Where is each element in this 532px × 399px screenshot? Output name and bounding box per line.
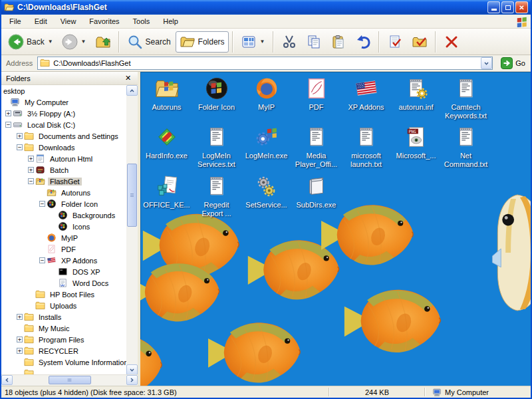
window-panel-icon bbox=[303, 172, 330, 199]
file-pdf[interactable]: PDF bbox=[291, 74, 341, 120]
file-list-view[interactable]: AutorunsFolder IconMyIPPDFXP Addonsautor… bbox=[140, 72, 531, 386]
scroll-left-button[interactable] bbox=[1, 375, 13, 385]
tree-expander-plus[interactable]: + bbox=[17, 314, 23, 320]
tree-item-xp-addons[interactable]: −XP Addons bbox=[1, 255, 126, 266]
tree-item-label: Uploads bbox=[48, 302, 78, 310]
file-microsoft[interactable]: microsoftlaunch.txt bbox=[341, 123, 391, 168]
tree-item-documents-and-settings[interactable]: +Documents and Settings bbox=[1, 130, 126, 142]
back-button[interactable]: Back▼ bbox=[4, 31, 57, 53]
tree-vertical-scrollbar[interactable] bbox=[126, 85, 138, 375]
restore-button[interactable] bbox=[501, 1, 514, 13]
tree-item-label: DOS XP bbox=[70, 268, 102, 276]
tree-expander-plus[interactable]: + bbox=[28, 156, 34, 162]
tree-item-autorun-html[interactable]: +Autorun Html bbox=[1, 153, 126, 164]
tree-item-dos-xp[interactable]: DOS XP bbox=[1, 266, 126, 277]
tree-item-uploads[interactable]: Uploads bbox=[1, 300, 126, 311]
address-combo[interactable]: C:\Downloads\FlashGet bbox=[37, 57, 493, 70]
file-folder-icon[interactable]: Folder Icon bbox=[192, 74, 241, 120]
tree-item-installs[interactable]: +Installs bbox=[1, 311, 126, 323]
paste-button[interactable] bbox=[327, 31, 350, 53]
file-regedit[interactable]: RegeditExport ... bbox=[192, 172, 241, 217]
tree-expander-plus[interactable]: + bbox=[28, 167, 34, 173]
file-autoruns[interactable]: Autoruns bbox=[142, 74, 192, 120]
tree-item-recycler[interactable]: +RECYCLER bbox=[1, 345, 126, 356]
toolbar-separator bbox=[378, 31, 380, 53]
menu-favorites[interactable]: Favorites bbox=[82, 16, 126, 27]
minimize-button[interactable] bbox=[487, 1, 500, 13]
delete-button[interactable] bbox=[440, 31, 464, 53]
scroll-down-button[interactable] bbox=[126, 364, 138, 375]
menu-file[interactable]: File bbox=[3, 16, 28, 27]
file-camtech[interactable]: CamtechKeywords.txt bbox=[441, 74, 491, 120]
copy-button[interactable] bbox=[302, 31, 326, 53]
tree-item-autoruns[interactable]: Autoruns bbox=[1, 187, 126, 198]
tree-item-myip[interactable]: MyIP bbox=[1, 232, 126, 243]
tree-item-folder-icon[interactable]: −Folder Icon bbox=[1, 198, 126, 209]
address-dropdown-button[interactable] bbox=[481, 57, 492, 69]
tree-item-backgrounds[interactable]: Backgrounds bbox=[1, 209, 126, 221]
delete-icon bbox=[444, 34, 460, 50]
tree-expander-minus[interactable]: − bbox=[28, 178, 34, 184]
tree-item-batch[interactable]: +Batch bbox=[1, 164, 126, 176]
tree-item-system-volume-information[interactable]: System Volume Information bbox=[1, 356, 126, 368]
tree-item-word-docs[interactable]: Word Docs bbox=[1, 277, 126, 289]
tree-item-label: Icons bbox=[70, 223, 92, 231]
up-button[interactable] bbox=[91, 31, 115, 53]
menu-help[interactable]: Help bbox=[156, 16, 185, 27]
file-microsoft[interactable]: PNGMicrosoft_... bbox=[391, 123, 441, 168]
file-setservice[interactable]: SetService... bbox=[241, 172, 291, 217]
tree-expander-minus[interactable]: − bbox=[17, 144, 23, 150]
tree-item-program-files[interactable]: +Program Files bbox=[1, 334, 126, 345]
file-xp-addons[interactable]: XP Addons bbox=[341, 74, 391, 120]
file-myip[interactable]: MyIP bbox=[241, 74, 291, 120]
tree-expander-plus[interactable]: + bbox=[17, 133, 23, 139]
check-document-button[interactable] bbox=[383, 31, 407, 53]
tree-item-local-disk-c[interactable]: −Local Disk (C:) bbox=[1, 119, 126, 130]
tree-item-hp-boot-files[interactable]: HP Boot Files bbox=[1, 289, 126, 300]
vertical-scroll-thumb[interactable] bbox=[127, 164, 137, 227]
tree-expander-minus[interactable]: − bbox=[39, 257, 45, 263]
folders-button[interactable]: Folders bbox=[176, 31, 229, 53]
tree-item-my-music[interactable]: My Music bbox=[1, 323, 126, 334]
tree-item-3-floppy-a[interactable]: +3½ Floppy (A:) bbox=[1, 108, 126, 119]
folders-pane-close-icon[interactable]: ✕ bbox=[123, 73, 133, 83]
close-button[interactable]: ✕ bbox=[515, 1, 528, 13]
tree-expander-plus[interactable]: + bbox=[17, 336, 23, 342]
tree-item-pdf[interactable]: PDF bbox=[1, 243, 126, 255]
menu-tools[interactable]: Tools bbox=[126, 16, 157, 27]
file-logmein-exe[interactable]: LogMeIn.exe bbox=[241, 123, 291, 168]
file-media[interactable]: MediaPlayer_Offi... bbox=[291, 123, 341, 168]
title-bar[interactable]: C:\Downloads\FlashGet ✕ bbox=[1, 0, 531, 15]
file-logmein[interactable]: LogMeInServices.txt bbox=[192, 123, 241, 168]
tree-expander-plus[interactable]: + bbox=[5, 110, 11, 116]
tree-item-downloads[interactable]: −Downloads bbox=[1, 142, 126, 153]
search-button[interactable]: Search bbox=[123, 31, 175, 53]
folder-icon bbox=[35, 301, 48, 311]
menu-edit[interactable]: Edit bbox=[28, 16, 54, 27]
tree-item-icons[interactable]: Icons bbox=[1, 221, 126, 232]
go-button[interactable]: Go bbox=[497, 57, 529, 69]
scroll-up-button[interactable] bbox=[126, 85, 138, 96]
tree-expander-minus[interactable]: − bbox=[39, 201, 45, 207]
forward-button[interactable]: ▼ bbox=[58, 31, 90, 53]
cut-button[interactable] bbox=[277, 31, 301, 53]
file-autorun-inf[interactable]: autorun.inf bbox=[391, 74, 441, 120]
file-hardinfo-exe[interactable]: HardInfo.exe bbox=[142, 123, 192, 168]
tree-item-my-computer[interactable]: My Computer bbox=[1, 96, 126, 108]
check-folder-button[interactable] bbox=[408, 31, 432, 53]
scroll-right-button[interactable] bbox=[126, 375, 138, 385]
file-office-ke[interactable]: OFFICE_KE... bbox=[142, 172, 192, 217]
views-icon bbox=[241, 34, 257, 50]
views-button[interactable]: ▼ bbox=[237, 31, 269, 53]
undo-button[interactable] bbox=[351, 31, 375, 53]
tree-expander-plus[interactable]: + bbox=[17, 348, 23, 354]
file-net[interactable]: NetCommand.txt bbox=[441, 123, 491, 168]
tree-item-flashget[interactable]: −FlashGet bbox=[1, 176, 126, 187]
horizontal-scroll-thumb[interactable] bbox=[49, 376, 91, 384]
menu-view[interactable]: View bbox=[54, 16, 83, 27]
tree-expander-minus[interactable]: − bbox=[5, 122, 11, 128]
file-subdirs-exe[interactable]: SubDirs.exe bbox=[291, 172, 341, 217]
toolbar-separator bbox=[232, 31, 233, 53]
tree-item-esktop[interactable]: esktop bbox=[1, 85, 126, 96]
tree-horizontal-scrollbar[interactable] bbox=[1, 374, 138, 386]
